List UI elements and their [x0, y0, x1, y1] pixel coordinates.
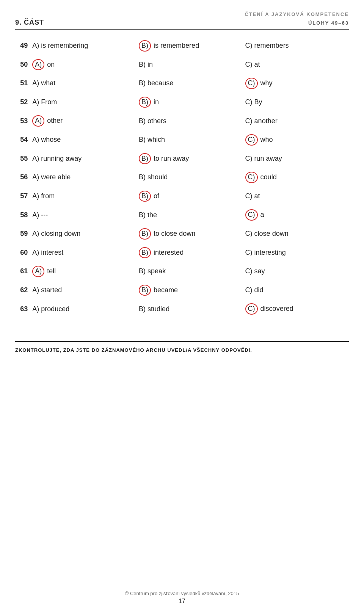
question-option-b: B) in	[136, 93, 243, 112]
circle-marker: C)	[245, 209, 258, 221]
question-number: 54	[15, 130, 30, 149]
table-row: 50A) onB) inC) at	[15, 55, 349, 74]
table-row: 60A) interestB) interestedC) interesting	[15, 243, 349, 262]
question-option-b: B) should	[136, 168, 243, 187]
question-number: 61	[15, 262, 30, 281]
question-number: 50	[15, 55, 30, 74]
question-number: 52	[15, 93, 30, 112]
question-option-c: C) discovered	[243, 299, 349, 318]
question-option-c: C) run away	[243, 149, 349, 168]
circle-marker: B)	[139, 40, 151, 52]
table-row: 56A) were ableB) shouldC) could	[15, 168, 349, 187]
question-option-a: A) on	[30, 55, 136, 74]
circle-marker: B)	[139, 247, 151, 259]
question-option-b: B) because	[136, 74, 243, 93]
question-option-c: C) interesting	[243, 243, 349, 262]
circle-marker: C)	[245, 134, 258, 146]
section-range: ÚLOHY 49–63	[308, 20, 349, 26]
table-row: 57A) fromB) ofC) at	[15, 187, 349, 206]
question-option-a: A) whose	[30, 130, 136, 149]
question-number: 56	[15, 168, 30, 187]
circle-marker: B)	[139, 153, 151, 165]
question-option-b: B) in	[136, 55, 243, 74]
question-option-c: C) By	[243, 93, 349, 112]
questions-table: 49A) is rememberingB) is rememberedC) re…	[15, 36, 349, 318]
question-option-a: A) produced	[30, 299, 136, 318]
question-option-a: A) other	[30, 111, 136, 130]
question-option-b: B) of	[136, 187, 243, 206]
question-option-c: C) who	[243, 130, 349, 149]
question-option-b: B) to run away	[136, 149, 243, 168]
question-option-b: B) interested	[136, 243, 243, 262]
table-row: 55A) running awayB) to run awayC) run aw…	[15, 149, 349, 168]
question-option-c: C) another	[243, 111, 349, 130]
footer-bar-text: ZKONTROLUJTE, ZDA JSTE DO ZÁZNAMOVÉHO AR…	[15, 347, 349, 353]
question-number: 57	[15, 187, 30, 206]
circle-marker: B)	[139, 228, 151, 240]
question-option-a: A) were able	[30, 168, 136, 187]
question-option-c: C) close down	[243, 224, 349, 243]
question-option-c: C) a	[243, 205, 349, 224]
question-option-a: A) running away	[30, 149, 136, 168]
question-option-a: A) interest	[30, 243, 136, 262]
question-number: 63	[15, 299, 30, 318]
page-footer: © Centrum pro zjišťování výsledků vzdělá…	[0, 591, 364, 605]
page-number: 17	[0, 598, 364, 605]
question-option-b: B) is remembered	[136, 36, 243, 55]
question-option-a: A) ---	[30, 205, 136, 224]
question-number: 53	[15, 111, 30, 130]
question-option-c: C) at	[243, 187, 349, 206]
question-option-c: C) remembers	[243, 36, 349, 55]
table-row: 61A) tellB) speakC) say	[15, 262, 349, 281]
question-option-b: B) studied	[136, 299, 243, 318]
question-option-b: B) which	[136, 130, 243, 149]
question-number: 62	[15, 281, 30, 300]
table-row: 54A) whoseB) whichC) who	[15, 130, 349, 149]
question-option-a: A) closing down	[30, 224, 136, 243]
question-option-b: B) speak	[136, 262, 243, 281]
footer-bar: ZKONTROLUJTE, ZDA JSTE DO ZÁZNAMOVÉHO AR…	[15, 341, 349, 353]
circle-marker: C)	[245, 172, 258, 183]
question-number: 58	[15, 205, 30, 224]
question-option-a: A) From	[30, 93, 136, 112]
table-row: 63A) producedB) studiedC) discovered	[15, 299, 349, 318]
question-option-b: B) to close down	[136, 224, 243, 243]
question-option-a: A) from	[30, 187, 136, 206]
question-number: 59	[15, 224, 30, 243]
question-option-c: C) at	[243, 55, 349, 74]
question-option-a: A) what	[30, 74, 136, 93]
table-row: 51A) whatB) becauseC) why	[15, 74, 349, 93]
circle-marker: C)	[245, 303, 258, 315]
circle-marker: A)	[32, 266, 44, 277]
circle-marker: A)	[32, 115, 44, 127]
table-row: 52A) FromB) inC) By	[15, 93, 349, 112]
page-title-line: ČTENÍ A JAZYKOVÁ KOMPETENCE	[15, 11, 349, 17]
question-option-a: A) tell	[30, 262, 136, 281]
question-option-a: A) started	[30, 281, 136, 300]
question-option-b: B) became	[136, 281, 243, 300]
circle-marker: A)	[32, 59, 44, 71]
circle-marker: B)	[139, 285, 151, 296]
table-row: 49A) is rememberingB) is rememberedC) re…	[15, 36, 349, 55]
table-row: 58A) ---B) theC) a	[15, 205, 349, 224]
question-number: 55	[15, 149, 30, 168]
question-option-a: A) is remembering	[30, 36, 136, 55]
circle-marker: B)	[139, 97, 151, 108]
copyright-text: © Centrum pro zjišťování výsledků vzdělá…	[0, 591, 364, 596]
section-header: 9. ČÁST ÚLOHY 49–63	[15, 19, 349, 30]
circle-marker: C)	[245, 78, 258, 89]
question-option-c: C) say	[243, 262, 349, 281]
question-option-c: C) did	[243, 281, 349, 300]
question-number: 51	[15, 74, 30, 93]
table-row: 59A) closing downB) to close downC) clos…	[15, 224, 349, 243]
question-number: 49	[15, 36, 30, 55]
question-number: 60	[15, 243, 30, 262]
question-option-b: B) others	[136, 111, 243, 130]
table-row: 53A) otherB) othersC) another	[15, 111, 349, 130]
question-option-c: C) why	[243, 74, 349, 93]
table-row: 62A) startedB) becameC) did	[15, 281, 349, 300]
circle-marker: B)	[139, 191, 151, 202]
section-label: 9. ČÁST	[15, 19, 44, 27]
question-option-c: C) could	[243, 168, 349, 187]
question-option-b: B) the	[136, 205, 243, 224]
